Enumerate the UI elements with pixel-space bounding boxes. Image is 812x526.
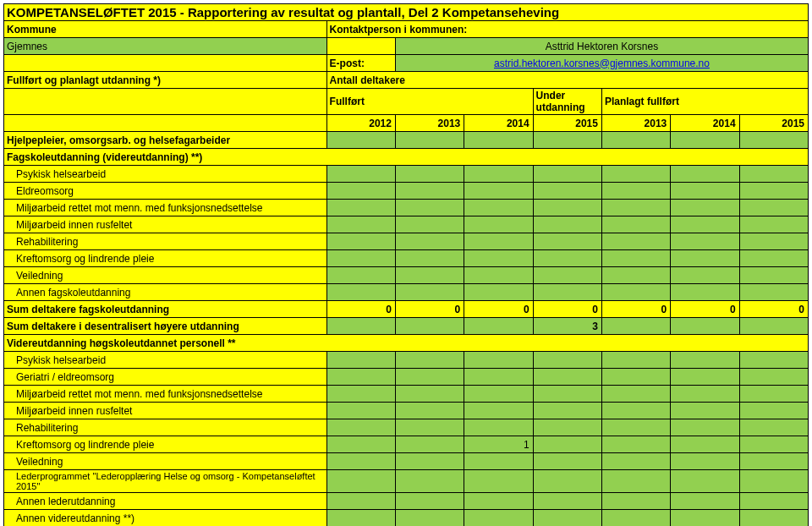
row-label: Annen fagskoleutdanning	[4, 284, 327, 301]
row-label: Lederprogrammet "Lederopplæring Helse og…	[4, 470, 327, 493]
row-label: Psykisk helsearbeid	[4, 166, 327, 183]
cell-value: 0	[326, 301, 395, 318]
row-label: Veiledning	[4, 267, 327, 284]
header-under: Under utdanning	[533, 89, 601, 115]
row-label: Annen lederutdanning	[4, 493, 327, 510]
label-antall: Antall deltakere	[326, 72, 808, 89]
row-label: Veiledning	[4, 453, 327, 470]
year-col: 2013	[395, 115, 464, 132]
row-label: Miljøarbeid innen rusfeltet	[4, 403, 327, 419]
row-label: Miljøarbeid innen rusfeltet	[4, 216, 327, 233]
year-col: 2015	[533, 115, 601, 132]
year-col: 2012	[326, 115, 395, 132]
label-kommune: Kommune	[4, 21, 327, 38]
cell-value: 0	[739, 301, 808, 318]
section-header: Videreutdanning høgskoleutdannet persone…	[4, 335, 809, 352]
year-col: 2013	[601, 115, 670, 132]
row-label: Kreftomsorg og lindrende pleie	[4, 250, 327, 267]
cell-value: 1	[464, 436, 533, 453]
row-label: Annen videreutdanning **)	[4, 510, 327, 527]
sum-row: Sum deltakere i desentralisert høyere ut…	[4, 318, 327, 335]
contact-person: Asttrid Hektoren Korsnes	[395, 38, 808, 55]
row-label: Rehabilitering	[4, 419, 327, 436]
header-planlagt: Planlagt fullført	[601, 89, 808, 115]
cell-value: 0	[671, 301, 739, 318]
header-fullfort: Fullført	[326, 89, 533, 115]
row-label: Psykisk helsearbeid	[4, 352, 327, 369]
cell-value: 0	[395, 301, 464, 318]
label-epost: E-post:	[326, 55, 395, 72]
section-header: Fagskoleutdanning (videreutdanning) **)	[4, 149, 809, 166]
title: KOMPETANSELØFTET 2015 - Rapportering av …	[4, 4, 809, 21]
cell-value: 0	[601, 301, 670, 318]
cell-value: 3	[533, 318, 601, 335]
label-kontakt: Kontaktperson i kommunen:	[326, 21, 808, 38]
kommune-value: Gjemnes	[4, 38, 327, 55]
report-table: KOMPETANSELØFTET 2015 - Rapportering av …	[3, 3, 809, 526]
year-col: 2014	[464, 115, 533, 132]
cell-value: 0	[464, 301, 533, 318]
row-label: Miljøarbeid rettet mot menn. med funksjo…	[4, 386, 327, 403]
label-plan: Fullført og planlagt utdanning *)	[4, 72, 327, 89]
row-label: Hjelpepleier, omsorgsarb. og helsefagarb…	[4, 132, 327, 149]
row-label: Eldreomsorg	[4, 183, 327, 200]
year-col: 2014	[671, 115, 739, 132]
sum-row: Sum deltakere fagskoleutdanning	[4, 301, 327, 318]
email-cell[interactable]: astrid.hektoren.korsnes@gjemnes.kommune.…	[395, 55, 808, 72]
row-label: Miljøarbeid rettet mot menn. med funksjo…	[4, 200, 327, 216]
cell-value: 0	[533, 301, 601, 318]
email-link[interactable]: astrid.hektoren.korsnes@gjemnes.kommune.…	[494, 58, 710, 69]
row-label: Kreftomsorg og lindrende pleie	[4, 436, 327, 453]
year-col: 2015	[739, 115, 808, 132]
row-label: Rehabilitering	[4, 233, 327, 250]
row-label: Geriatri / eldreomsorg	[4, 369, 327, 386]
